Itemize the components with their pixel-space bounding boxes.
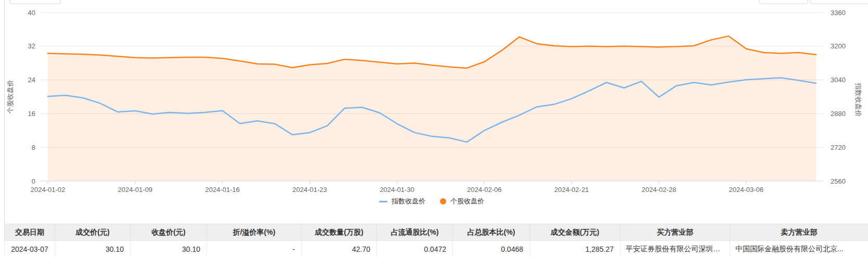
table-cell: 30.10: [131, 241, 207, 257]
legend-label: 指数收盘价: [392, 197, 425, 206]
y-axis-tick-label-right: 3200: [831, 42, 846, 50]
table-header-cell: 成交数量(万股): [302, 224, 377, 241]
y-axis-tick-label-right: 2880: [831, 110, 846, 118]
price-chart-canvas: 08162432402560272028803040320033602024-0…: [0, 0, 868, 195]
y-axis-tick-label-left: 24: [28, 76, 35, 84]
table-header-cell: 成交金额(万元): [530, 224, 620, 241]
x-axis-tick-label: 2024-01-02: [31, 186, 66, 194]
legend-label: 个股收盘价: [450, 197, 484, 206]
y-axis-tick-label-right: 2720: [831, 144, 846, 151]
y-axis-tick-label-left: 8: [32, 144, 35, 151]
x-axis-tick-label: 2024-01-30: [380, 186, 414, 194]
table-cell: 2024-03-07: [5, 241, 55, 257]
x-axis-tick-label: 2024-01-09: [118, 186, 153, 194]
chart-legend: 指数收盘价 个股收盘价: [40, 195, 823, 208]
table-cell: 30.10: [55, 241, 131, 257]
table-header-cell: 收盘价(元): [131, 224, 207, 241]
y-axis-tick-label-left: 40: [28, 9, 35, 17]
right-axis-title: 指数收盘价: [854, 83, 862, 117]
y-axis-tick-label-right: 3040: [831, 76, 846, 84]
table-cell: -: [207, 241, 302, 257]
line-marker-icon: [379, 201, 387, 202]
x-axis-tick-label: 2024-02-21: [554, 186, 589, 194]
left-axis-title: 个股收盘价: [6, 80, 14, 114]
table-cell: 中国国际金融股份有限公司北京...: [730, 241, 868, 257]
table-cell: 平安证券股份有限公司深圳金田...: [620, 241, 730, 257]
table-cell: 1,285.27: [530, 241, 620, 257]
table-row[interactable]: 2024-03-0730.1030.10-42.700.04720.04681,…: [5, 241, 868, 257]
y-axis-tick-label-right: 2560: [831, 177, 846, 185]
y-axis-tick-label-left: 16: [28, 110, 35, 118]
legend-item-index-close[interactable]: 指数收盘价: [379, 197, 425, 206]
x-axis-tick-label: 2024-03-06: [729, 186, 764, 194]
y-axis-tick-label-left: 32: [28, 42, 35, 50]
x-axis-tick-label: 2024-01-23: [292, 186, 327, 194]
table-header-cell: 占总股本比(%): [453, 224, 530, 241]
x-axis-tick-label: 2024-01-16: [205, 186, 240, 194]
x-axis-tick-label: 2024-02-06: [467, 186, 502, 194]
y-axis-tick-label-right: 3360: [831, 9, 846, 17]
table-header-row: 交易日期成交价(元)收盘价(元)折/溢价率(%)成交数量(万股)占流通股比(%)…: [5, 224, 868, 241]
page: { "chart_data": { "type": "line", "grid"…: [0, 0, 868, 257]
x-axis-tick-label: 2024-02-28: [642, 186, 677, 194]
table-header-cell: 折/溢价率(%): [207, 224, 302, 241]
table-cell: 0.0472: [377, 241, 453, 257]
table-header-cell: 占流通股比(%): [377, 224, 453, 241]
table-cell: 42.70: [302, 241, 377, 257]
table-header-cell: 交易日期: [5, 224, 55, 241]
table-cell: 0.0468: [453, 241, 530, 257]
y-axis-tick-label-left: 0: [32, 177, 35, 185]
circle-marker-icon: [440, 198, 446, 204]
block-trade-table: 交易日期成交价(元)收盘价(元)折/溢价率(%)成交数量(万股)占流通股比(%)…: [4, 224, 868, 257]
table-header-cell: 成交价(元): [55, 224, 131, 241]
table-header-cell: 买方营业部: [620, 224, 730, 241]
table-header-cell: 卖方营业部: [730, 224, 868, 241]
legend-item-stock-close[interactable]: 个股收盘价: [440, 197, 484, 206]
